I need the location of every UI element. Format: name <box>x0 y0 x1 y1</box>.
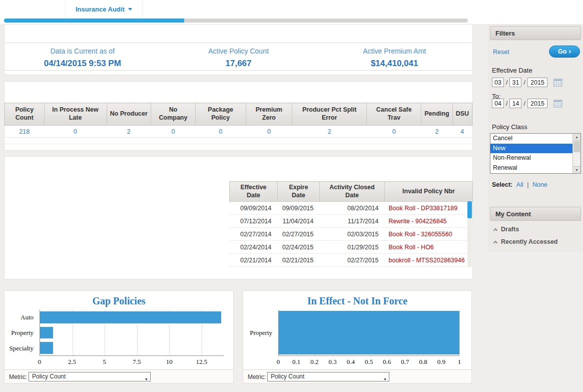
reset-link[interactable]: Reset <box>493 49 509 56</box>
metrics-col-header: Pending <box>421 103 452 126</box>
select-none-link[interactable]: None <box>532 181 547 188</box>
metrics-value-link[interactable]: 0 <box>367 126 421 138</box>
metrics-col-header: Policy Count <box>5 103 45 126</box>
metrics-value-link[interactable]: 2 <box>421 126 452 138</box>
scroll-up-icon[interactable]: ▲ <box>573 134 580 141</box>
calendar-icon[interactable] <box>553 78 562 87</box>
loading-progress-track <box>184 19 468 23</box>
x-tick-label: 0.7 <box>401 358 409 366</box>
bar-auto[interactable] <box>40 311 221 323</box>
table-row: 07/12/201411/04/201411/17/2014Rewrite - … <box>230 215 473 228</box>
from-day-input[interactable] <box>509 78 521 87</box>
invalid-col-header: Expire Date <box>278 182 320 202</box>
to-month-input[interactable] <box>492 99 504 108</box>
calendar-icon[interactable] <box>553 99 562 108</box>
scrollbar-thumb[interactable] <box>467 201 472 218</box>
invalid-policy-cell[interactable]: Book Roll - DP33817189 <box>385 202 473 215</box>
plot-area <box>40 310 224 356</box>
x-tick-label: 2.5 <box>68 358 76 366</box>
x-axis: 00.10.20.30.40.50.60.70.80.91 <box>278 358 459 366</box>
x-tick-label: 5 <box>103 358 106 366</box>
metrics-value-link[interactable]: 0 <box>195 126 246 138</box>
chevron-down-icon <box>128 8 132 11</box>
date-cell: 02/24/2014 <box>230 241 278 254</box>
invalid-policy-cell[interactable]: Book Roll - HO6 <box>385 241 473 254</box>
scroll-down-icon[interactable]: ▼ <box>573 166 580 173</box>
metrics-value-row: 218020002024 <box>5 126 472 138</box>
stat-label: Data is Current as of <box>5 47 161 55</box>
category-label: Auto <box>5 310 38 325</box>
date-cell: 11/17/2014 <box>320 215 385 228</box>
from-year-input[interactable] <box>527 78 547 87</box>
invalid-col-header: Activity Closed Date <box>320 182 385 202</box>
invalid-policy-table-wrap: Effective DateExpire DateActivity Closed… <box>229 181 472 267</box>
top-bar: Insurance Audit <box>0 0 583 18</box>
metrics-value-link[interactable]: 4 <box>452 126 472 138</box>
in-effect-chart-panel: In Effect - Not In Force Property 00.10.… <box>243 290 472 383</box>
metrics-col-header: Premium Zero <box>246 103 292 126</box>
date-cell: 08/20/2014 <box>320 202 385 215</box>
metrics-value-link[interactable]: 218 <box>5 126 45 138</box>
metrics-value-link[interactable]: 2 <box>292 126 367 138</box>
policy-class-option[interactable]: Non-Renewal <box>490 153 572 163</box>
go-label: Go <box>558 48 566 55</box>
invalid-col-header: Invalid Policy Nbr <box>385 182 473 202</box>
chevron-down-icon: ▼ <box>145 375 148 383</box>
table-scrollbar[interactable] <box>467 201 472 267</box>
scrollbar-thumb[interactable] <box>573 141 580 152</box>
listbox-scrollbar[interactable]: ▲ ▼ <box>572 134 580 173</box>
bar-property[interactable] <box>279 311 459 354</box>
metrics-value-link[interactable]: 0 <box>44 126 107 138</box>
table-row: 09/09/201409/09/201508/20/2014Book Roll … <box>230 202 473 215</box>
metric-bar: Metric: Policy Count ▼ <box>5 369 233 383</box>
date-cell: 09/09/2014 <box>230 202 278 215</box>
plot-area <box>278 310 459 356</box>
date-cell: 02/21/2015 <box>278 254 320 267</box>
metrics-value-link[interactable]: 0 <box>151 126 196 138</box>
x-tick-label: 7.5 <box>133 358 141 366</box>
from-month-input[interactable] <box>492 78 504 87</box>
invalid-policy-cell[interactable]: Rewrite - 904226845 <box>385 215 473 228</box>
to-day-input[interactable] <box>509 99 521 108</box>
select-all-link[interactable]: All <box>516 181 523 188</box>
policy-class-option[interactable]: Renewal <box>490 163 572 173</box>
tab-label: Insurance Audit <box>76 6 125 13</box>
filters-header: Filters <box>490 26 581 40</box>
chart-title: Gap Policies <box>5 295 233 307</box>
table-row: 02/21/201402/21/201502/27/2015bookroll -… <box>230 254 473 267</box>
metrics-col-header: Cancel Safe Trav <box>367 103 421 126</box>
stat-label: Active Policy Count <box>161 47 317 55</box>
metrics-value-link[interactable]: 2 <box>107 126 151 138</box>
policy-class-label: Policy Class <box>492 123 527 131</box>
date-separator: / <box>523 100 525 107</box>
recently-accessed-item[interactable]: Recently Accessed <box>494 238 558 245</box>
tab-insurance-audit[interactable]: Insurance Audit <box>65 0 143 18</box>
go-button[interactable]: Go › <box>549 46 580 58</box>
metric-select[interactable]: Policy Count ▼ <box>267 372 389 381</box>
invalid-policy-cell[interactable]: Book Roll - 326055560 <box>385 228 473 241</box>
stat-active-premium-amt: Active Premium Amt $14,410,041 <box>316 43 472 70</box>
policy-class-option[interactable]: Cancel <box>490 134 572 144</box>
metrics-value-link[interactable]: 0 <box>246 126 292 138</box>
sidebar: Filters Reset Go › Effective Date / / <box>488 24 583 252</box>
date-cell: 02/21/2014 <box>230 254 278 267</box>
bar-property[interactable] <box>40 327 53 339</box>
effective-date-label: Effective Date <box>492 67 532 74</box>
table-row: 02/24/201402/24/201501/29/2015Book Roll … <box>230 241 473 254</box>
x-tick-label: 10 <box>166 358 173 366</box>
invalid-policy-cell[interactable]: bookroll - MTSS202863946 <box>385 254 473 267</box>
metric-select[interactable]: Policy Count ▼ <box>29 372 151 381</box>
drafts-item[interactable]: Drafts <box>494 226 519 233</box>
policy-class-listbox[interactable]: ▲ ▼ CancelNewNon-RenewalRenewal <box>490 133 581 174</box>
my-content-title: My Content <box>495 210 531 218</box>
audit-metrics-table: Policy CountIn Process New LateNo Produc… <box>5 103 472 144</box>
collapse-up-icon <box>493 241 497 245</box>
metrics-col-header: DSU <box>452 103 472 126</box>
x-tick-label: 0.3 <box>328 358 336 366</box>
to-year-input[interactable] <box>527 99 547 108</box>
policy-class-option[interactable]: New <box>490 144 572 154</box>
y-axis-labels: AutoPropertySpecialty <box>5 310 38 356</box>
date-cell: 11/04/2014 <box>278 215 320 228</box>
bar-specialty[interactable] <box>40 342 53 354</box>
date-cell: 09/09/2015 <box>278 202 320 215</box>
